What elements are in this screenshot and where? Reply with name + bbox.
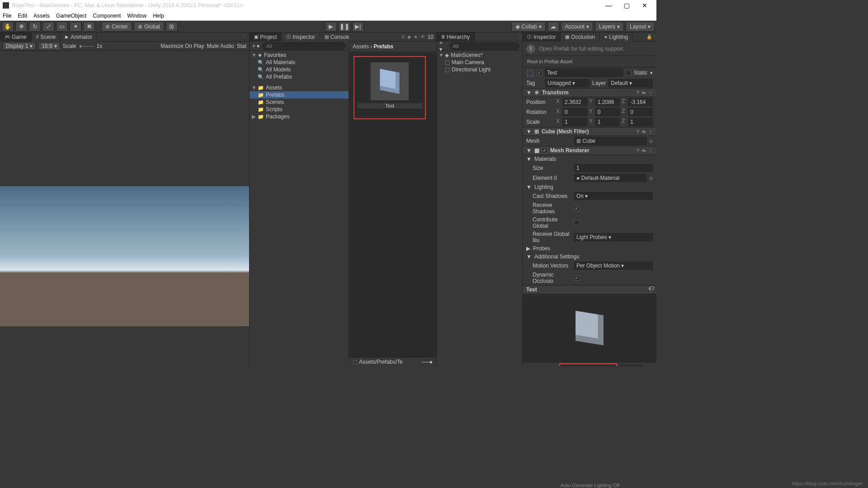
recv-checkbox[interactable] [574,206,580,211]
rotate-tool-button[interactable]: ↻ [29,22,41,32]
tab-game[interactable]: 🎮Game [0,33,32,42]
tab-inspector[interactable]: ⓘInspector [523,33,561,42]
cloud-button[interactable]: ☁ [547,22,559,32]
tab-lighting[interactable]: ●Lighting [600,33,633,42]
layer-dropdown[interactable]: Default ▾ [609,79,653,87]
play-button[interactable]: ▶ [325,22,337,32]
project-search[interactable] [262,42,346,50]
tab-animator[interactable]: ▶Animator [61,33,97,42]
menu-file[interactable]: File [3,13,11,19]
rect-tool-button[interactable]: ▭ [56,22,68,32]
transform-tool-button[interactable]: ✦ [70,22,81,32]
menu-gameobject[interactable]: GameObject [56,13,86,19]
tag-icon[interactable]: ◆ [407,34,411,39]
rot-z[interactable] [628,108,653,116]
light-row[interactable]: ⬚ Directional Light [437,66,522,73]
transform-header[interactable]: ▼⚛ Transform? ⇆ ⋮ [523,88,656,97]
zoom-slider[interactable]: ──● [422,359,433,365]
pivot-center-toggle[interactable]: ⊕ Center [101,22,132,32]
tab-scene[interactable]: #Scene [32,33,61,42]
asset-name[interactable]: Test [357,103,422,108]
elem0-picker[interactable]: ⊙ [649,176,653,181]
tag-dropdown[interactable]: Untagged ▾ [545,79,590,87]
snap-button[interactable]: ⊞ [166,22,178,32]
scenes-row[interactable]: 📁 Scenes [250,99,349,106]
layers-dropdown[interactable]: Layers ▾ [595,22,624,32]
display-dropdown[interactable]: Display 1 ▾ [3,42,36,50]
tab-occlusion[interactable]: ▦Occlusion [561,33,600,42]
all-models-row[interactable]: 🔍 All Models [250,66,349,73]
star-icon[interactable]: ★ [414,34,418,39]
hierarchy-search[interactable] [449,42,519,50]
menu-window[interactable]: Window [127,13,146,19]
cast-dropdown[interactable]: On ▾ [574,192,653,200]
ab-variant-dropdown[interactable]: None ▾ [620,365,642,366]
close-button[interactable]: ✕ [636,2,654,9]
mesh-field[interactable]: ⊞ Cube [574,137,646,145]
preview-pane[interactable]: 🏷 [523,294,656,362]
aspect-dropdown[interactable]: 16:9 ▾ [38,42,60,50]
filter-icon[interactable]: ⎘ [402,34,405,39]
collab-dropdown[interactable]: ◉ Collab ▾ [511,22,546,32]
camera-row[interactable]: ⬚ Main Camera [437,59,522,66]
rot-y[interactable] [595,108,620,116]
favorites-row[interactable]: ▼★ Favorites [250,52,349,59]
meshrenderer-header[interactable]: ▼▦ Mesh Renderer? ⇆ ⋮ [523,146,656,155]
bc-assets[interactable]: Assets [353,43,369,50]
maximize-button[interactable]: ▢ [618,2,636,9]
scl-x[interactable] [562,118,587,126]
pause-button[interactable]: ❚❚ [339,22,350,32]
lock-icon[interactable]: 🔒 [646,34,652,39]
object-name-field[interactable] [545,69,623,77]
scl-z[interactable] [628,118,653,126]
step-button[interactable]: ▶| [352,22,364,32]
custom-tool-button[interactable]: ✖ [83,22,95,32]
game-view[interactable] [0,51,249,366]
preview-header[interactable]: Test⋮ [523,285,656,294]
dynocc-checkbox[interactable] [574,275,580,281]
pos-y[interactable] [595,98,620,106]
hand-tool-button[interactable]: ✋ [2,22,14,32]
menu-help[interactable]: Help [153,13,164,19]
tab-project[interactable]: ▣Project [250,33,282,42]
elem0-field[interactable]: ● Default-Material [574,174,646,182]
tag-button[interactable]: 🏷 [648,285,654,291]
hidden-icon[interactable]: 👁 [420,34,425,39]
motion-dropdown[interactable]: Per Object Motion ▾ [574,262,653,270]
menu-assets[interactable]: Assets [33,13,50,19]
maximize-toggle[interactable]: Maximize On Play [160,43,204,49]
scl-y[interactable] [595,118,620,126]
minimize-button[interactable]: — [599,2,618,9]
static-checkbox[interactable] [626,70,631,75]
stats-toggle[interactable]: Stat [237,43,246,49]
contrib-checkbox[interactable] [574,220,580,225]
active-checkbox[interactable] [537,70,542,75]
packages-row[interactable]: ▶📁 Packages [250,113,349,120]
pivot-global-toggle[interactable]: ⊗ Global [134,22,164,32]
account-dropdown[interactable]: Account ▾ [561,22,593,32]
add-button[interactable]: + ▾ [252,43,259,49]
mesh-picker[interactable]: ⊙ [649,139,653,144]
assetbundle-dropdown[interactable]: None ▾ [561,365,615,366]
menu-edit[interactable]: Edit [18,13,27,19]
scene-row[interactable]: ▼◈ MainScenes*⋮ [437,52,522,59]
pos-z[interactable] [628,98,653,106]
pos-x[interactable] [562,98,587,106]
scripts-row[interactable]: 📁 Scripts [250,106,349,113]
asset-grid[interactable]: Test [349,52,436,357]
move-tool-button[interactable]: ✥ [15,22,27,32]
mute-toggle[interactable]: Mute Audio [207,43,234,49]
renderer-enable[interactable] [542,148,547,153]
layout-dropdown[interactable]: Layout ▾ [626,22,655,32]
all-materials-row[interactable]: 🔍 All Materials [250,59,349,66]
probes-label[interactable]: Probes [533,245,550,252]
scale-tool-button[interactable]: ⤢ [42,22,54,32]
rot-x[interactable] [562,108,587,116]
menu-component[interactable]: Component [93,13,121,19]
meshfilter-header[interactable]: ▼⊞ Cube (Mesh Filter)? ⇆ ⋮ [523,127,656,136]
prefabs-row[interactable]: 📁 Prefabs [250,91,349,99]
bc-prefabs[interactable]: Prefabs [373,43,393,50]
all-prefabs-row[interactable]: 🔍 All Prefabs [250,73,349,80]
mat-size[interactable] [574,164,653,172]
asset-thumb[interactable] [371,62,409,100]
